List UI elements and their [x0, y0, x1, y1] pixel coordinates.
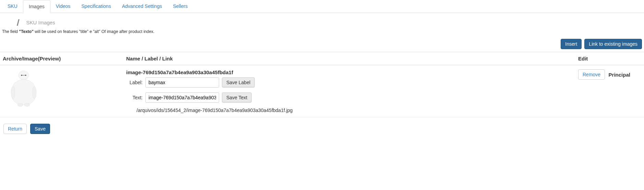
hint-suffix: will be used on features "title" e "alt"… [34, 29, 155, 34]
tabs-bar: SKU Images Videos Specifications Advance… [0, 0, 644, 13]
svg-point-6 [17, 103, 23, 107]
save-label-button[interactable]: Save Label [222, 77, 255, 88]
principal-label: Principal [609, 72, 630, 78]
hint-text: The field "Texto" will be used on featur… [0, 29, 644, 39]
tab-images[interactable]: Images [23, 0, 50, 13]
col-edit: Edit [575, 52, 644, 65]
label-caption: Label: [126, 80, 143, 85]
save-button[interactable]: Save [30, 124, 50, 134]
preview-thumbnail [8, 70, 39, 107]
image-icon: ▎ [17, 20, 21, 25]
toolbar: Insert Link to existing images [0, 39, 644, 52]
hint-bold: "Texto" [19, 29, 34, 34]
insert-button[interactable]: Insert [561, 39, 582, 49]
col-namelink: Name / Label / Link [123, 52, 575, 65]
tab-sellers[interactable]: Sellers [167, 0, 193, 13]
image-name: image-769d150a7a7b4ea9a903a30a45fbda1f [126, 69, 573, 75]
save-text-button[interactable]: Save Text [222, 92, 252, 103]
file-path: /arquivos/ids/156454_2/image-769d150a7a7… [126, 108, 573, 113]
image-preview [5, 69, 43, 107]
svg-point-5 [32, 86, 36, 99]
images-table: Archive/Image(Preview) Name / Label / Li… [0, 52, 644, 118]
label-input[interactable] [145, 77, 219, 88]
breadcrumb-text: SKU Images [26, 20, 55, 25]
tab-advanced-settings[interactable]: Advanced Settings [117, 0, 168, 13]
return-button[interactable]: Return [3, 124, 27, 134]
tab-videos[interactable]: Videos [50, 0, 76, 13]
text-caption: Text: [126, 95, 143, 100]
table-row: image-769d150a7a7b4ea9a903a30a45fbda1f L… [0, 65, 644, 118]
svg-point-7 [24, 103, 30, 107]
remove-button[interactable]: Remove [578, 69, 605, 80]
tab-specifications[interactable]: Specifications [76, 0, 116, 13]
text-input[interactable] [145, 92, 219, 103]
svg-point-4 [11, 86, 15, 99]
breadcrumb: ▎ SKU Images [0, 13, 644, 29]
col-archive: Archive/Image(Preview) [0, 52, 123, 65]
footer-buttons: Return Save [0, 118, 644, 140]
tab-sku[interactable]: SKU [2, 0, 23, 13]
hint-prefix: The field [2, 29, 19, 34]
link-existing-button[interactable]: Link to existing images [584, 39, 642, 49]
